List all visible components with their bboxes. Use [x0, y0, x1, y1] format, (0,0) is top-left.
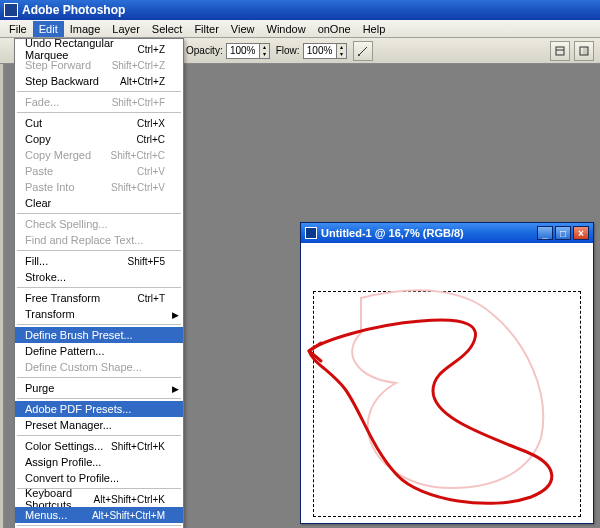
- menu-item-label: Paste: [25, 165, 53, 177]
- menu-item-label: Stroke...: [25, 271, 66, 283]
- flow-label: Flow:: [276, 45, 300, 56]
- menu-item-copy[interactable]: CopyCtrl+C: [15, 131, 183, 147]
- menu-item-stroke[interactable]: Stroke...: [15, 269, 183, 285]
- menu-item-label: Adobe PDF Presets...: [25, 403, 131, 415]
- menu-item-convert-to-profile[interactable]: Convert to Profile...: [15, 470, 183, 486]
- opacity-spinner[interactable]: ▴▾: [260, 43, 270, 59]
- menu-item-label: Fade...: [25, 96, 59, 108]
- menu-layer[interactable]: Layer: [106, 21, 146, 37]
- menu-item-shortcut: Ctrl+V: [137, 166, 165, 177]
- menu-item-transform[interactable]: Transform▶: [15, 306, 183, 322]
- menu-item-preset-manager[interactable]: Preset Manager...: [15, 417, 183, 433]
- menu-item-fade: Fade...Shift+Ctrl+F: [15, 94, 183, 110]
- menu-item-paste-into: Paste IntoShift+Ctrl+V: [15, 179, 183, 195]
- menu-item-paste: PasteCtrl+V: [15, 163, 183, 179]
- menu-item-label: Menus...: [25, 509, 67, 521]
- menu-item-label: Copy: [25, 133, 51, 145]
- menu-item-shortcut: Shift+F5: [127, 256, 165, 267]
- flow-spinner[interactable]: ▴▾: [337, 43, 347, 59]
- menu-item-label: Step Backward: [25, 75, 99, 87]
- menu-item-shortcut: Ctrl+C: [136, 134, 165, 145]
- menu-edit[interactable]: Edit: [33, 21, 64, 37]
- menu-item-clear[interactable]: Clear: [15, 195, 183, 211]
- menu-item-shortcut: Shift+Ctrl+V: [111, 182, 165, 193]
- menu-item-label: Clear: [25, 197, 51, 209]
- canvas-artwork: [301, 243, 593, 523]
- menu-item-color-settings[interactable]: Color Settings...Shift+Ctrl+K: [15, 438, 183, 454]
- edit-menu-dropdown: Undo Rectangular MarqueeCtrl+ZStep Forwa…: [14, 38, 184, 528]
- opacity-input[interactable]: 100%: [226, 43, 260, 59]
- menu-item-label: Purge: [25, 382, 54, 394]
- menu-separator: [17, 377, 181, 378]
- submenu-arrow-icon: ▶: [172, 384, 179, 394]
- menu-item-label: Define Brush Preset...: [25, 329, 133, 341]
- menu-item-label: Check Spelling...: [25, 218, 108, 230]
- menu-item-undo-rectangular-marquee[interactable]: Undo Rectangular MarqueeCtrl+Z: [15, 41, 183, 57]
- menu-item-label: Fill...: [25, 255, 48, 267]
- menu-item-shortcut: Alt+Ctrl+Z: [120, 76, 165, 87]
- window-titlebar: Adobe Photoshop: [0, 0, 600, 20]
- menu-item-define-brush-preset[interactable]: Define Brush Preset...: [15, 327, 183, 343]
- menu-item-check-spelling: Check Spelling...: [15, 216, 183, 232]
- menu-separator: [17, 324, 181, 325]
- menu-item-shortcut: Ctrl+X: [137, 118, 165, 129]
- document-icon: [305, 227, 317, 239]
- menu-item-shortcut: Shift+Ctrl+F: [112, 97, 165, 108]
- window-title: Adobe Photoshop: [22, 3, 125, 17]
- menu-item-shortcut: Ctrl+T: [138, 293, 166, 304]
- menu-separator: [17, 213, 181, 214]
- opacity-field: Opacity: 100% ▴▾: [186, 43, 270, 59]
- menu-select[interactable]: Select: [146, 21, 189, 37]
- menu-item-label: Convert to Profile...: [25, 472, 119, 484]
- menu-item-fill[interactable]: Fill...Shift+F5: [15, 253, 183, 269]
- document-canvas[interactable]: [301, 243, 593, 523]
- palette-button-1[interactable]: [550, 41, 570, 61]
- menu-onone[interactable]: onOne: [312, 21, 357, 37]
- menu-item-menus[interactable]: Menus...Alt+Shift+Ctrl+M: [15, 507, 183, 523]
- menu-window[interactable]: Window: [261, 21, 312, 37]
- document-titlebar[interactable]: Untitled-1 @ 16,7% (RGB/8) _ □ ×: [301, 223, 593, 243]
- menu-item-shortcut: Ctrl+Z: [138, 44, 166, 55]
- menu-file[interactable]: File: [3, 21, 33, 37]
- document-window: Untitled-1 @ 16,7% (RGB/8) _ □ ×: [300, 222, 594, 524]
- menu-image[interactable]: Image: [64, 21, 107, 37]
- menu-help[interactable]: Help: [357, 21, 392, 37]
- menu-separator: [17, 250, 181, 251]
- menu-item-step-forward: Step ForwardShift+Ctrl+Z: [15, 57, 183, 73]
- menu-item-purge[interactable]: Purge▶: [15, 380, 183, 396]
- menu-item-label: Copy Merged: [25, 149, 91, 161]
- svg-rect-4: [583, 47, 588, 55]
- flow-input[interactable]: 100%: [303, 43, 337, 59]
- menu-item-label: Step Forward: [25, 59, 91, 71]
- menu-item-adobe-pdf-presets[interactable]: Adobe PDF Presets...: [15, 401, 183, 417]
- menu-separator: [17, 435, 181, 436]
- menu-item-free-transform[interactable]: Free TransformCtrl+T: [15, 290, 183, 306]
- minimize-button[interactable]: _: [537, 226, 553, 240]
- menu-item-shortcut: Shift+Ctrl+Z: [112, 60, 165, 71]
- menu-view[interactable]: View: [225, 21, 261, 37]
- menu-item-shortcut: Shift+Ctrl+K: [111, 441, 165, 452]
- menu-item-step-backward[interactable]: Step BackwardAlt+Ctrl+Z: [15, 73, 183, 89]
- palette-well-strip: [0, 64, 4, 528]
- menu-item-copy-merged: Copy MergedShift+Ctrl+C: [15, 147, 183, 163]
- menu-item-assign-profile[interactable]: Assign Profile...: [15, 454, 183, 470]
- menu-filter[interactable]: Filter: [188, 21, 224, 37]
- menu-item-keyboard-shortcuts[interactable]: Keyboard Shortcuts...Alt+Shift+Ctrl+K: [15, 491, 183, 507]
- document-title: Untitled-1 @ 16,7% (RGB/8): [321, 227, 464, 239]
- airbrush-button[interactable]: [353, 41, 373, 61]
- close-button[interactable]: ×: [573, 226, 589, 240]
- menu-item-cut[interactable]: CutCtrl+X: [15, 115, 183, 131]
- menu-item-label: Free Transform: [25, 292, 100, 304]
- menu-separator: [17, 112, 181, 113]
- menu-item-label: Transform: [25, 308, 75, 320]
- palette-button-2[interactable]: [574, 41, 594, 61]
- submenu-arrow-icon: ▶: [172, 310, 179, 320]
- maximize-button[interactable]: □: [555, 226, 571, 240]
- app-icon: [4, 3, 18, 17]
- menu-separator: [17, 525, 181, 526]
- menu-item-define-pattern[interactable]: Define Pattern...: [15, 343, 183, 359]
- menu-item-label: Find and Replace Text...: [25, 234, 143, 246]
- flow-field: Flow: 100% ▴▾: [276, 43, 347, 59]
- menu-item-shortcut: Shift+Ctrl+C: [111, 150, 165, 161]
- opacity-label: Opacity:: [186, 45, 223, 56]
